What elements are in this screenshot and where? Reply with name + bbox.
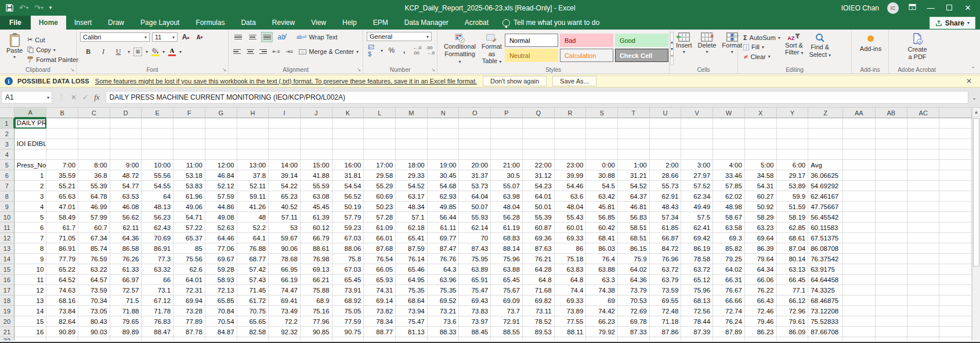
cell[interactable] <box>332 139 364 149</box>
value-cell[interactable]: 64.36 <box>110 233 142 243</box>
value-cell[interactable]: 68.77 <box>237 254 269 264</box>
value-cell[interactable]: 78.44 <box>681 316 713 327</box>
value-cell[interactable]: 44.86 <box>205 202 237 212</box>
value-cell[interactable]: 70.53 <box>618 295 650 306</box>
column-header-P[interactable]: P <box>491 108 523 118</box>
value-cell[interactable]: 51.59 <box>777 202 809 212</box>
value-cell[interactable]: 74.63 <box>46 285 78 295</box>
value-cell[interactable]: 57.22 <box>173 222 205 233</box>
value-cell[interactable]: 65.85 <box>205 295 237 306</box>
cell[interactable] <box>745 149 777 160</box>
column-header-K[interactable]: K <box>332 108 364 118</box>
confirm-entry-icon[interactable]: ✓ <box>82 93 88 101</box>
value-cell[interactable]: 62.91 <box>650 191 682 202</box>
value-cell[interactable]: 63.23 <box>745 222 777 233</box>
cell[interactable] <box>142 337 173 341</box>
font-dialog-launcher[interactable]: ↘ <box>222 67 226 72</box>
value-cell[interactable]: 77.79 <box>46 254 78 264</box>
value-cell[interactable]: 66.06 <box>745 275 777 285</box>
cell[interactable] <box>745 139 777 149</box>
table-header-cell[interactable]: 14:00 <box>269 160 301 170</box>
cell[interactable] <box>237 139 269 149</box>
value-cell[interactable]: 60.01 <box>555 222 587 233</box>
value-cell[interactable]: 87.86 <box>650 327 682 337</box>
value-cell[interactable]: 48.13 <box>142 202 173 212</box>
cell[interactable] <box>46 129 78 139</box>
value-cell[interactable]: 48.04 <box>555 202 587 212</box>
value-cell[interactable]: 61.19 <box>491 222 523 233</box>
press-no-cell[interactable]: 15 <box>15 316 47 327</box>
avg-cell[interactable]: 47.75667 <box>808 202 843 212</box>
value-cell[interactable]: 84.72 <box>650 243 682 254</box>
cell[interactable] <box>907 191 939 202</box>
value-cell[interactable]: 64.02 <box>618 264 650 275</box>
value-cell[interactable]: 54.46 <box>555 181 587 191</box>
column-header-I[interactable]: I <box>269 108 301 118</box>
value-cell[interactable]: 76.88 <box>237 243 269 254</box>
value-cell[interactable]: 66.43 <box>745 295 777 306</box>
cell[interactable] <box>269 129 301 139</box>
value-cell[interactable]: 70.69 <box>142 233 173 243</box>
table-header-cell[interactable]: 13:00 <box>237 160 269 170</box>
avg-cell[interactable]: 60.11583 <box>808 222 843 233</box>
column-header-AC[interactable]: AC <box>907 108 939 118</box>
value-cell[interactable]: 57.79 <box>332 212 364 222</box>
value-cell[interactable]: 54.23 <box>523 181 555 191</box>
value-cell[interactable]: 73.28 <box>173 306 205 316</box>
value-cell[interactable]: 63.98 <box>491 191 523 202</box>
value-cell[interactable]: 66.95 <box>269 264 301 275</box>
value-cell[interactable]: 57.28 <box>364 212 396 222</box>
value-cell[interactable]: 61.72 <box>237 295 269 306</box>
cell[interactable] <box>237 129 269 139</box>
table-header-cell[interactable]: 4:00 <box>713 160 745 170</box>
value-cell[interactable]: 64.52 <box>46 275 78 285</box>
redo-icon[interactable]: ↷▾ <box>34 4 44 12</box>
increase-decimal-icon[interactable]: ←.0.00 <box>413 45 422 56</box>
cell[interactable] <box>939 275 972 285</box>
table-header-cell[interactable]: 16:00 <box>332 160 364 170</box>
cell[interactable] <box>876 181 907 191</box>
cell[interactable] <box>907 233 939 243</box>
table-header-cell[interactable]: 15:00 <box>301 160 332 170</box>
value-cell[interactable]: 73.97 <box>459 316 491 327</box>
value-cell[interactable]: 69.78 <box>618 316 650 327</box>
cell[interactable] <box>78 129 110 139</box>
value-cell[interactable]: 68.92 <box>332 295 364 306</box>
cell[interactable] <box>205 118 237 129</box>
value-cell[interactable]: 64.28 <box>523 264 555 275</box>
italic-button[interactable]: I <box>97 46 109 57</box>
column-header-E[interactable]: E <box>142 108 173 118</box>
value-cell[interactable]: 31.21 <box>618 170 650 181</box>
cell[interactable] <box>808 149 843 160</box>
cell[interactable]: DAILY PRESS MACHINE CURRENT MONITORING (… <box>15 118 47 129</box>
bold-button[interactable]: B <box>82 46 94 57</box>
value-cell[interactable]: 62.02 <box>713 191 745 202</box>
value-cell[interactable]: 45.45 <box>301 202 332 212</box>
value-cell[interactable]: 64.46 <box>205 233 237 243</box>
value-cell[interactable]: 61.39 <box>301 212 332 222</box>
value-cell[interactable]: 73.6 <box>428 316 460 327</box>
value-cell[interactable]: 68.64 <box>396 295 428 306</box>
cell[interactable] <box>78 139 110 149</box>
cell[interactable] <box>205 129 237 139</box>
addins-button[interactable]: Add-ins <box>855 32 886 53</box>
value-cell[interactable]: 87.63 <box>523 243 555 254</box>
value-cell[interactable]: 70.75 <box>237 306 269 316</box>
value-cell[interactable]: 89.89 <box>110 327 142 337</box>
press-no-cell[interactable]: 12 <box>15 285 47 295</box>
value-cell[interactable]: 33.46 <box>713 170 745 181</box>
align-center-icon[interactable] <box>245 46 255 57</box>
value-cell[interactable]: 55.59 <box>301 181 332 191</box>
value-cell[interactable]: 73.84 <box>46 306 78 316</box>
scrollbar-thumb[interactable] <box>973 118 979 267</box>
cell[interactable] <box>15 149 47 160</box>
value-cell[interactable]: 88.11 <box>555 327 587 337</box>
value-cell[interactable]: 68.9 <box>301 295 332 306</box>
cell[interactable] <box>428 139 460 149</box>
conditional-formatting-button[interactable]: ConditionalFormatting ▾ <box>441 32 479 65</box>
cell-style-normal[interactable]: Normal <box>505 34 558 47</box>
value-cell[interactable]: 30.88 <box>586 170 618 181</box>
table-header-cell[interactable]: 21:00 <box>491 160 523 170</box>
cell[interactable] <box>173 139 205 149</box>
formula-input[interactable]: DAILY PRESS MACHINE CURRENT MONITORING (… <box>106 91 968 104</box>
